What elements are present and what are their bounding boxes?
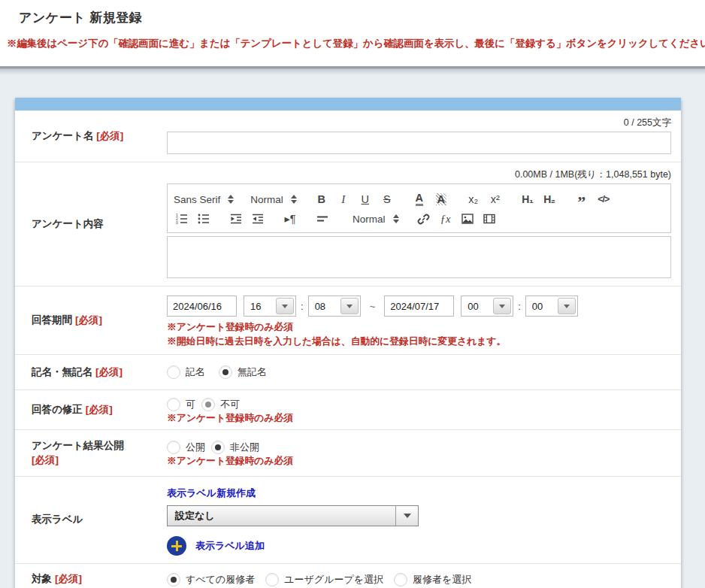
radio-icon[interactable]	[167, 398, 180, 411]
survey-name-content-cell: 0 / 255文字	[167, 111, 681, 162]
form-row-answer-period: 回答期間[必須] 16 : 08 ~	[15, 286, 681, 355]
header-1-icon[interactable]: H₁	[519, 190, 536, 208]
display-label-select[interactable]: 設定なし	[167, 505, 419, 526]
blockquote-icon[interactable]: ”	[573, 190, 590, 208]
answer-period-content-cell: 16 : 08 ~ 00 : 00	[167, 286, 681, 354]
form-row-target: 対象[必須] すべての履修者 ユーザグループを選択 履修者を選択	[15, 564, 681, 588]
radio-option-anonymous[interactable]: 無記名	[219, 365, 267, 379]
image-icon[interactable]	[459, 210, 476, 228]
radio-icon[interactable]	[219, 365, 232, 379]
survey-name-input[interactable]	[167, 132, 671, 154]
target-label-cell: 対象[必須]	[15, 564, 167, 588]
radio-icon[interactable]	[394, 573, 407, 586]
result-publish-required-badge: [必須]	[32, 453, 124, 467]
radio-option-label: 不可	[220, 398, 240, 411]
result-publish-label-cell: アンケート結果公開[必須]	[15, 430, 167, 476]
radio-option-label: 記名	[186, 365, 205, 379]
survey-content-size-counter: 0.00MB / 1MB(残り：1,048,551 byte)	[167, 168, 671, 181]
end-minute-dropdown-icon[interactable]	[558, 298, 576, 314]
picker-arrows-icon	[393, 214, 399, 223]
page-notice: ※編集後はページ下の「確認画面に進む」または「テンプレートとして登録」から確認画…	[0, 37, 705, 50]
time-colon: :	[518, 301, 521, 312]
radio-icon[interactable]	[167, 365, 180, 379]
italic-icon[interactable]: I	[335, 190, 352, 208]
radio-option-label: 履修者を選択	[413, 573, 471, 586]
anonymity-content-cell: 記名 無記名	[167, 355, 681, 389]
start-date-input[interactable]	[167, 296, 237, 317]
text-direction-icon[interactable]: ▸¶	[282, 210, 298, 228]
radio-option-label: 無記名	[238, 365, 267, 379]
radio-option-not-allowed[interactable]: 不可	[201, 398, 240, 411]
result-publish-content-cell: 公開 非公開 ※アンケート登録時のみ必須	[167, 430, 681, 476]
size-picker-value: Normal	[352, 214, 386, 225]
header-picker[interactable]: Normal	[250, 194, 297, 205]
radio-option-user-group[interactable]: ユーザグループを選択	[265, 573, 383, 586]
form-row-display-label: 表示ラベル 表示ラベル新規作成 設定なし 表示ラベル追加	[15, 477, 681, 564]
survey-form-panel: アンケート名[必須] 0 / 255文字 アンケート内容 0.00MB / 1M…	[15, 98, 681, 588]
add-display-label-link[interactable]: 表示ラベル追加	[195, 539, 265, 553]
svg-text:0: 0	[176, 220, 178, 225]
bullet-list-icon[interactable]	[195, 210, 212, 228]
superscript-icon[interactable]: x²	[487, 190, 504, 208]
header-picker-value: Normal	[250, 194, 283, 205]
indent-icon[interactable]	[250, 210, 266, 228]
radio-icon[interactable]	[167, 573, 180, 586]
radio-icon[interactable]	[201, 398, 215, 411]
header-2-icon[interactable]: H₂	[541, 190, 558, 208]
display-label-select-value: 設定なし	[168, 509, 215, 523]
radio-option-label: 可	[186, 398, 195, 411]
create-display-label-link[interactable]: 表示ラベル新規作成	[167, 487, 256, 499]
background-color-icon[interactable]: A	[433, 190, 449, 208]
form-row-anonymity: 記名・無記名[必須] 記名 無記名	[15, 355, 681, 390]
text-color-icon[interactable]: A	[411, 190, 428, 208]
start-hour-value: 16	[250, 301, 261, 312]
radio-option-all-students[interactable]: すべての履修者	[167, 573, 255, 586]
header-divider	[0, 66, 705, 75]
font-picker[interactable]: Sans Serif	[174, 194, 234, 205]
align-icon[interactable]	[314, 210, 331, 228]
ordered-list-icon[interactable]: 120	[174, 210, 190, 228]
radio-option-label: すべての履修者	[186, 573, 255, 586]
display-label-content-cell: 表示ラベル新規作成 設定なし 表示ラベル追加	[167, 477, 681, 563]
font-picker-value: Sans Serif	[174, 194, 220, 205]
result-publish-note: ※アンケート登録時のみ必須	[167, 454, 671, 468]
radio-icon[interactable]	[211, 441, 225, 454]
select-dropdown-icon[interactable]	[395, 506, 418, 526]
target-label: 対象	[32, 573, 52, 584]
anonymity-required-badge: [必須]	[95, 366, 123, 377]
end-date-input[interactable]	[384, 296, 454, 317]
editor-content-area[interactable]	[167, 236, 671, 278]
radio-option-named[interactable]: 記名	[167, 365, 205, 379]
target-required-badge: [必須]	[55, 573, 82, 584]
radio-option-public[interactable]: 公開	[167, 441, 205, 454]
code-block-icon[interactable]: </>	[595, 190, 612, 208]
underline-icon[interactable]: U	[357, 190, 374, 208]
strikethrough-icon[interactable]: S	[379, 190, 395, 208]
start-minute-combo[interactable]: 08	[308, 296, 361, 317]
end-minute-combo[interactable]: 00	[525, 296, 578, 317]
formula-icon[interactable]: ƒx	[437, 210, 454, 228]
start-hour-combo[interactable]: 16	[244, 296, 296, 317]
add-display-label-line: 表示ラベル追加	[167, 536, 671, 556]
plus-icon[interactable]	[167, 536, 186, 556]
page-header: アンケート 新規登録 ※編集後はページ下の「確認画面に進む」または「テンプレート…	[0, 0, 705, 66]
size-picker[interactable]: Normal	[352, 214, 399, 225]
end-hour-combo[interactable]: 00	[461, 296, 513, 317]
modification-label-cell: 回答の修正[必須]	[15, 390, 167, 429]
survey-name-label-cell: アンケート名[必須]	[15, 111, 167, 162]
subscript-icon[interactable]: x₂	[465, 190, 482, 208]
radio-icon[interactable]	[265, 573, 279, 586]
end-hour-dropdown-icon[interactable]	[493, 298, 511, 314]
radio-option-private[interactable]: 非公開	[211, 441, 259, 454]
survey-name-char-counter: 0 / 255文字	[167, 117, 671, 129]
bold-icon[interactable]: B	[313, 190, 330, 208]
radio-option-allowed[interactable]: 可	[167, 398, 195, 411]
start-hour-dropdown-icon[interactable]	[276, 298, 294, 314]
start-minute-dropdown-icon[interactable]	[340, 298, 359, 314]
outdent-icon[interactable]	[228, 210, 244, 228]
survey-name-required-badge: [必須]	[96, 130, 123, 141]
link-icon[interactable]	[416, 210, 432, 228]
radio-icon[interactable]	[167, 441, 180, 454]
video-icon[interactable]	[481, 210, 498, 228]
radio-option-select-students[interactable]: 履修者を選択	[394, 573, 471, 586]
